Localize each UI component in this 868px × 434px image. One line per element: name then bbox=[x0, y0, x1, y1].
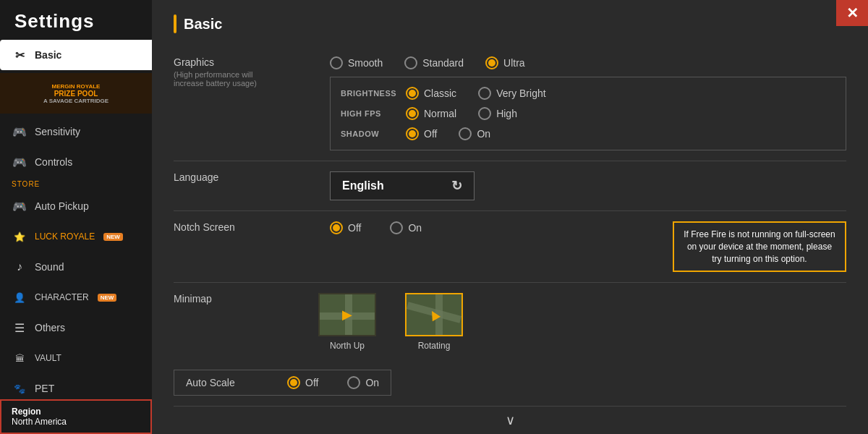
graphics-standard-radio[interactable] bbox=[404, 56, 417, 69]
brightness-verybright-radio[interactable] bbox=[478, 87, 491, 100]
autoscale-on-option[interactable]: On bbox=[347, 376, 379, 389]
graphics-ultra-radio[interactable] bbox=[485, 56, 498, 69]
notch-off-radio[interactable] bbox=[330, 221, 343, 234]
autoscale-on-radio[interactable] bbox=[347, 376, 360, 389]
graphics-controls: Smooth Standard Ultra BRIGHTNESS bbox=[330, 56, 846, 150]
close-button[interactable]: ✕ bbox=[836, 0, 868, 26]
autoscale-off-option[interactable]: Off bbox=[287, 376, 318, 389]
sidebar-item-sensitivity[interactable]: 🎮 Sensitivity bbox=[0, 116, 152, 147]
sidebar-item-vault[interactable]: 🏛 VAULT bbox=[0, 343, 152, 373]
highfps-normal-label: Normal bbox=[424, 108, 456, 119]
shadow-key: SHADOW bbox=[341, 129, 406, 138]
autoscale-on-label: On bbox=[365, 377, 379, 388]
basic-icon: ✂ bbox=[12, 47, 27, 63]
sensitivity-icon: 🎮 bbox=[12, 124, 27, 140]
graphics-label: Graphics (High performance willincrease … bbox=[174, 56, 318, 88]
notch-off-option[interactable]: Off bbox=[330, 221, 361, 234]
shadow-on-label: On bbox=[477, 128, 490, 140]
sidebar-item-luck-royale[interactable]: ⭐ LUCK ROYALE NEW bbox=[0, 221, 152, 252]
vault-icon: 🏛 bbox=[12, 350, 27, 366]
highfps-high-radio[interactable] bbox=[478, 107, 491, 120]
shadow-off-label: Off bbox=[424, 128, 437, 140]
highfps-high-option[interactable]: High bbox=[478, 107, 517, 120]
shadow-on-option[interactable]: On bbox=[459, 127, 490, 140]
minimap-row: Minimap ▶ North Up bbox=[174, 283, 846, 407]
sidebar-item-sound-label: Sound bbox=[35, 261, 64, 273]
notch-on-option[interactable]: On bbox=[390, 221, 422, 234]
auto-pickup-icon: 🎮 bbox=[12, 198, 27, 214]
graphics-ultra-option[interactable]: Ultra bbox=[485, 56, 525, 69]
sidebar-banner-text: MERGIN ROYALE PRIZE POOL A SAVAGE CARTRI… bbox=[43, 83, 109, 104]
minimap-rotating-option[interactable]: ▲ Rotating bbox=[405, 293, 463, 351]
shadow-off-option[interactable]: Off bbox=[406, 127, 437, 140]
minimap-label-text: Minimap bbox=[174, 293, 318, 305]
sidebar-item-controls-label: Controls bbox=[35, 156, 72, 168]
sidebar-item-others[interactable]: ☰ Others bbox=[0, 312, 152, 343]
graphics-sub-label: (High performance willincrease battery u… bbox=[174, 70, 318, 88]
brightness-options: Classic Very Bright bbox=[406, 87, 546, 100]
sidebar-item-basic[interactable]: ✂ Basic bbox=[0, 40, 152, 70]
minimap-label: Minimap bbox=[174, 293, 318, 305]
region-value: North America bbox=[12, 417, 140, 427]
minimap-north-up-label: North Up bbox=[330, 341, 365, 351]
region-label: Region bbox=[12, 407, 140, 417]
brightness-verybright-label: Very Bright bbox=[496, 88, 545, 99]
graphics-label-text: Graphics bbox=[174, 56, 318, 68]
app-title: Settings bbox=[0, 0, 152, 40]
sidebar-item-store[interactable]: STORE bbox=[0, 177, 152, 191]
minimap-north-up-play-arrow: ▶ bbox=[342, 307, 352, 323]
brightness-classic-option[interactable]: Classic bbox=[406, 87, 456, 100]
sidebar-item-character[interactable]: 👤 CHARACTER NEW bbox=[0, 282, 152, 312]
luck-royale-new-badge: NEW bbox=[103, 233, 123, 241]
autoscale-off-radio[interactable] bbox=[287, 376, 300, 389]
language-box[interactable]: English ↻ bbox=[330, 171, 475, 200]
sidebar-banner: MERGIN ROYALE PRIZE POOL A SAVAGE CARTRI… bbox=[0, 73, 152, 114]
notch-screen-label: Notch Screen bbox=[174, 221, 318, 233]
sidebar-item-auto-pickup[interactable]: 🎮 Auto Pickup bbox=[0, 191, 152, 221]
graphics-standard-option[interactable]: Standard bbox=[404, 56, 464, 69]
autoscale-row: Auto Scale Off On bbox=[174, 370, 391, 396]
highfps-normal-radio[interactable] bbox=[406, 107, 419, 120]
shadow-off-radio[interactable] bbox=[406, 127, 419, 140]
notch-screen-label-text: Notch Screen bbox=[174, 221, 318, 233]
autoscale-label: Auto Scale bbox=[186, 377, 258, 388]
notch-tooltip: If Free Fire is not running on full-scre… bbox=[673, 221, 846, 272]
sidebar: Settings ✂ Basic MERGIN ROYALE PRIZE POO… bbox=[0, 0, 152, 434]
autoscale-off-label: Off bbox=[305, 377, 318, 388]
graphics-smooth-option[interactable]: Smooth bbox=[330, 56, 383, 69]
minimap-row-inner: Minimap ▶ North Up bbox=[174, 293, 846, 351]
shadow-on-radio[interactable] bbox=[459, 127, 472, 140]
sidebar-item-character-label: CHARACTER bbox=[35, 292, 89, 302]
notch-on-radio[interactable] bbox=[390, 221, 403, 234]
luck-royale-icon: ⭐ bbox=[12, 229, 27, 244]
character-icon: 👤 bbox=[12, 289, 27, 305]
others-icon: ☰ bbox=[12, 320, 27, 336]
section-title: Basic bbox=[174, 14, 846, 33]
refresh-icon[interactable]: ↻ bbox=[451, 178, 462, 194]
graphics-radio-group: Smooth Standard Ultra bbox=[330, 56, 846, 69]
minimap-north-up-thumb[interactable]: ▶ bbox=[318, 293, 376, 336]
sidebar-item-vault-label: VAULT bbox=[35, 353, 61, 363]
brightness-verybright-option[interactable]: Very Bright bbox=[478, 87, 545, 100]
highfps-normal-option[interactable]: Normal bbox=[406, 107, 456, 120]
graphics-subtable: BRIGHTNESS Classic Very Bright bbox=[330, 77, 846, 150]
main-content: ✕ Basic Graphics (High performance willi… bbox=[152, 0, 868, 434]
chevron-down[interactable]: ∨ bbox=[174, 407, 846, 434]
sidebar-item-sound[interactable]: ♪ Sound bbox=[0, 252, 152, 282]
sidebar-item-controls[interactable]: 🎮 Controls bbox=[0, 147, 152, 177]
language-label: Language bbox=[174, 171, 318, 183]
graphics-smooth-label: Smooth bbox=[348, 57, 383, 69]
highfps-options: Normal High bbox=[406, 107, 517, 120]
brightness-classic-label: Classic bbox=[424, 88, 456, 99]
notch-screen-options: Off On bbox=[330, 221, 661, 234]
minimap-rotating-thumb[interactable]: ▲ bbox=[405, 293, 463, 336]
brightness-classic-radio[interactable] bbox=[406, 87, 419, 100]
highfps-high-label: High bbox=[496, 108, 517, 119]
brightness-key: BRIGHTNESS bbox=[341, 89, 406, 98]
minimap-north-up-option[interactable]: ▶ North Up bbox=[318, 293, 376, 351]
character-new-badge: NEW bbox=[98, 294, 117, 302]
language-value: English bbox=[342, 179, 384, 192]
graphics-smooth-radio[interactable] bbox=[330, 56, 343, 69]
minimap-rotating-label: Rotating bbox=[418, 341, 451, 351]
graphics-ultra-label: Ultra bbox=[503, 57, 525, 69]
